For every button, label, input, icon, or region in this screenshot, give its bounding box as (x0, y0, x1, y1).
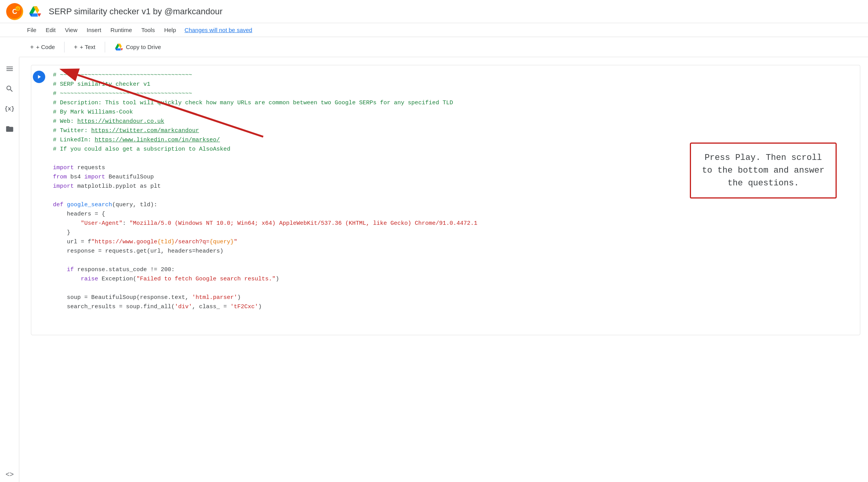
code-cell: Press Play. Then scroll to the bottom an… (31, 65, 860, 335)
code-line-1: # ~~~~~~~~~~~~~~~~~~~~~~~~~~~~~~~~~~~~~~ (53, 71, 854, 80)
unsaved-notice: Changes will not be saved (185, 27, 252, 33)
sidebar-search-icon[interactable] (4, 83, 15, 94)
plus-text-icon: + (74, 44, 77, 51)
code-line-16: } (53, 228, 854, 238)
menu-edit[interactable]: Edit (42, 25, 60, 35)
drive-icon (29, 6, 41, 17)
menu-insert[interactable]: Insert (83, 25, 105, 35)
copy-to-drive-button[interactable]: Copy to Drive (110, 41, 167, 53)
notebook-title: SERP similarity checker v1 by @markcando… (49, 7, 223, 17)
code-line-blank3 (53, 256, 854, 265)
code-line-20: raise Exception("Failed to fetch Google … (53, 275, 854, 284)
content-area: Press Play. Then scroll to the bottom an… (19, 57, 868, 482)
code-line-4: # Description: This tool will quickly ch… (53, 98, 854, 108)
run-cell-button[interactable] (31, 65, 47, 335)
add-text-button[interactable]: + + Text (69, 41, 100, 53)
bottom-icon[interactable]: <> (5, 470, 14, 479)
code-line-22: search_results = soup.find_all('div', cl… (53, 302, 854, 312)
text-label: + Text (80, 44, 95, 50)
run-icon (33, 71, 45, 83)
menu-runtime[interactable]: Runtime (107, 25, 136, 35)
menu-file[interactable]: File (23, 25, 40, 35)
toolbar: + + Code + + Text Copy to Drive (19, 37, 868, 57)
code-line-6: # Web: https://withcandour.co.uk (53, 117, 854, 126)
code-line-7: # Twitter: https://twitter.com/markcando… (53, 126, 854, 136)
sidebar-menu-icon[interactable] (4, 63, 15, 74)
tooltip-box: Press Play. Then scroll to the bottom an… (690, 143, 837, 199)
code-line-18: response = requests.get(url, headers=hea… (53, 247, 854, 256)
sidebar-variables-icon[interactable]: {x} (4, 104, 15, 114)
code-line-17: url = f"https://www.google{tld}/search?q… (53, 238, 854, 247)
plus-code-icon: + (30, 44, 34, 51)
menu-bar: File Edit View Insert Runtime Tools Help… (0, 23, 868, 37)
top-bar: C O SERP similarity checker v1 by @markc… (0, 0, 868, 23)
code-content: Press Play. Then scroll to the bottom an… (47, 65, 860, 335)
code-line-3: # ~~~~~~~~~~~~~~~~~~~~~~~~~~~~~~~~~~~~~~ (53, 89, 854, 98)
logo-icon: C O (6, 3, 23, 20)
code-line-2: # SERP similarity checker v1 (53, 80, 854, 89)
menu-help[interactable]: Help (160, 25, 180, 35)
sidebar-files-icon[interactable] (4, 124, 15, 134)
code-line-19: if response.status_code != 200: (53, 265, 854, 275)
code-line-blank4 (53, 284, 854, 293)
code-line-21: soup = BeautifulSoup(response.text, 'htm… (53, 293, 854, 302)
drive-small-icon (115, 43, 123, 51)
menu-view[interactable]: View (61, 25, 81, 35)
menu-tools[interactable]: Tools (138, 25, 159, 35)
sidebar: {x} (0, 57, 19, 482)
code-line-14: headers = { (53, 210, 854, 219)
code-line-15: "User-Agent": "Mozilla/5.0 (Windows NT 1… (53, 219, 854, 228)
code-line-5: # By Mark Williams-Cook (53, 108, 854, 117)
code-line-13: def google_search(query, tld): (53, 200, 854, 210)
bottom-bar: <> (0, 467, 19, 482)
separator (64, 42, 65, 53)
add-code-button[interactable]: + + Code (26, 41, 60, 53)
code-label: + Code (36, 44, 55, 50)
main-layout: {x} (0, 57, 868, 482)
copy-drive-label: Copy to Drive (126, 44, 161, 50)
tooltip-text: Press Play. Then scroll to the bottom an… (702, 153, 825, 188)
svg-text:O: O (16, 7, 19, 11)
separator2 (105, 42, 105, 53)
